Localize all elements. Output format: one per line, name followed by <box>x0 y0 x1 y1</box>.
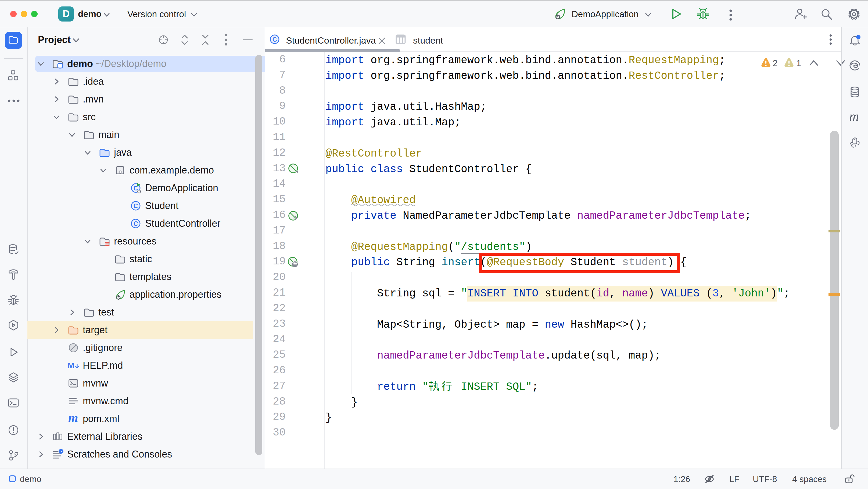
svg-text:C: C <box>273 36 277 43</box>
svg-text:C: C <box>133 220 138 227</box>
svg-text:m: m <box>68 413 78 425</box>
svg-text:C: C <box>133 203 138 209</box>
svg-text:m: m <box>849 111 859 123</box>
svg-text:M: M <box>68 361 74 370</box>
